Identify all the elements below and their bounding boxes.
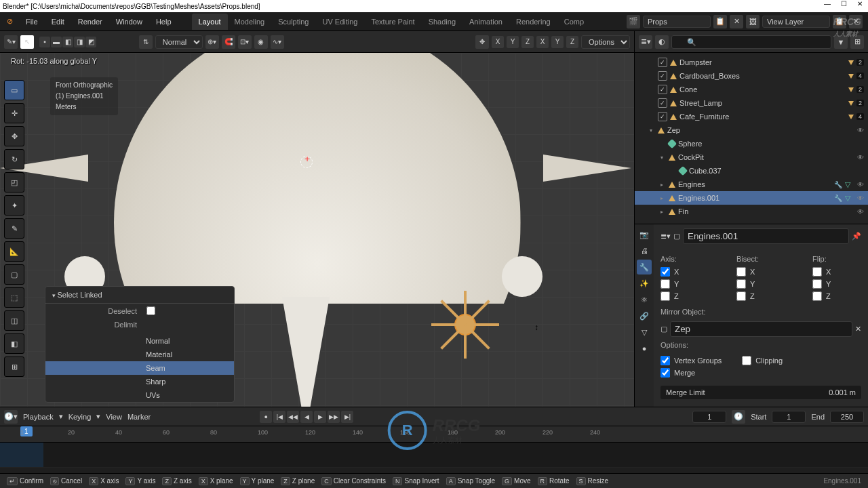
tab-compositing[interactable]: Comp — [557, 14, 591, 30]
scene-name-input[interactable] — [643, 16, 711, 28]
tab-texture-paint[interactable]: Texture Paint — [364, 14, 421, 30]
overlay-axis-y[interactable]: Y — [551, 36, 564, 48]
window-maximize-icon[interactable]: ☐ — [835, 0, 852, 7]
prop-tab-physics[interactable]: ⚛ — [637, 292, 652, 307]
tab-rendering[interactable]: Rendering — [509, 14, 557, 30]
gizmo-axis-x[interactable]: X — [492, 36, 504, 48]
bisect-x-check[interactable] — [736, 267, 746, 277]
outliner-view-icon[interactable]: ◐ — [655, 35, 669, 49]
proportional-edit-icon[interactable]: ◉ — [254, 35, 268, 49]
outliner-row-fin[interactable]: ▸Fin👁 — [635, 205, 868, 218]
auto-keying-icon[interactable]: ● — [260, 411, 272, 423]
cursor-tool-icon[interactable]: ↖ — [20, 35, 34, 49]
window-close-icon[interactable]: ✕ — [852, 0, 868, 7]
window-minimize-icon[interactable]: — — [819, 0, 835, 7]
menu-edit[interactable]: Edit — [45, 18, 71, 26]
select-mode-vertex[interactable]: ▪ — [39, 37, 50, 47]
prop-tab-modifier[interactable]: 🔧 — [637, 260, 652, 274]
flip-y-check[interactable] — [812, 279, 822, 289]
tab-animation[interactable]: Animation — [462, 14, 509, 30]
outliner-row-street-lamp[interactable]: ✓Street_Lamp2 — [635, 96, 868, 110]
delimit-option-sharp[interactable]: Sharp — [45, 375, 234, 388]
breadcrumb-icon[interactable]: ≣▾ — [660, 232, 671, 241]
jump-start-icon[interactable]: |◀ — [273, 411, 285, 423]
prop-tab-particle[interactable]: ✨ — [637, 276, 652, 291]
tab-sculpting[interactable]: Sculpting — [271, 14, 315, 30]
delimit-option-material[interactable]: Material — [45, 348, 234, 361]
prop-tab-material[interactable]: ● — [637, 341, 652, 356]
gizmo-axis-y[interactable]: Y — [507, 36, 519, 48]
frame-range-lock-icon[interactable]: 🕐 — [732, 410, 745, 424]
prop-tab-constraint[interactable]: 🔗 — [637, 308, 652, 323]
delimit-option-uvs[interactable]: UVs — [45, 388, 234, 402]
tool-measure[interactable]: 📐 — [4, 241, 24, 262]
3d-viewport[interactable]: ↕ Rot: -15.03 along global Y Front Ortho… — [0, 53, 634, 407]
tool-scale[interactable]: ◰ — [4, 172, 24, 192]
end-frame-input[interactable] — [830, 411, 864, 423]
tool-rotate[interactable]: ↻ — [4, 149, 24, 169]
timeline-editor-icon[interactable]: 🕐▾ — [4, 410, 18, 424]
prop-tab-data[interactable]: ▽ — [637, 325, 652, 340]
menu-help[interactable]: Help — [149, 18, 178, 26]
outliner-row-sphere[interactable]: Sphere — [635, 137, 868, 150]
scene-delete-icon[interactable]: ✕ — [730, 15, 743, 28]
vertex-groups-check[interactable] — [660, 356, 670, 365]
tool-select[interactable]: ▭ — [4, 80, 24, 100]
selected-engine-gizmo[interactable] — [434, 293, 495, 354]
menu-render[interactable]: Render — [71, 18, 109, 26]
timeline-menu-keying[interactable]: Keying — [68, 413, 92, 421]
tool-annotate[interactable]: ✎ — [4, 218, 24, 239]
mirror-object-clear[interactable]: ✕ — [855, 325, 861, 333]
snap-toggle-icon[interactable]: 🧲 — [222, 35, 235, 49]
outliner-row-cockpit[interactable]: ▾CockPit👁 — [635, 150, 868, 164]
mirror-object-input[interactable] — [670, 321, 852, 337]
clipping-check[interactable] — [742, 356, 751, 365]
overlay-axis-x[interactable]: X — [536, 36, 549, 48]
menu-file[interactable]: File — [19, 18, 45, 26]
tab-uv-editing[interactable]: UV Editing — [315, 14, 364, 30]
bisect-y-check[interactable] — [736, 279, 746, 289]
blender-logo-icon[interactable]: ⊘ — [0, 12, 19, 31]
delimit-option-seam[interactable]: Seam — [45, 361, 234, 375]
outliner-row-cardboard-boxes[interactable]: ✓Cardboard_Boxes4 — [635, 69, 868, 83]
tab-modeling[interactable]: Modeling — [228, 14, 272, 30]
outliner-row-cafe-furniture[interactable]: ✓Cafe_Furniture4 — [635, 110, 868, 123]
prop-tab-render[interactable]: 📷 — [637, 227, 652, 242]
tab-shading[interactable]: Shading — [422, 14, 462, 30]
orientation-select[interactable]: Normal — [155, 35, 203, 49]
keyframe-prev-icon[interactable]: ◀◀ — [287, 411, 299, 423]
tool-inset[interactable]: ◫ — [4, 310, 24, 331]
gizmo-axis-z[interactable]: Z — [521, 36, 534, 48]
axis-z-check[interactable] — [660, 291, 670, 301]
select-mode-edge[interactable]: ▬ — [51, 37, 62, 47]
mirror-object-icon[interactable]: ▢ — [660, 325, 667, 333]
jump-end-icon[interactable]: ▶| — [341, 411, 353, 423]
tool-cursor[interactable]: ✛ — [4, 103, 24, 123]
keyframe-next-icon[interactable]: ▶▶ — [328, 411, 340, 423]
tool-loop-cut[interactable]: ⊞ — [4, 357, 24, 377]
snap-target-icon[interactable]: ⊡▾ — [238, 35, 252, 49]
tool-move[interactable]: ✥ — [4, 126, 24, 146]
select-mode-all[interactable]: ◨ — [74, 37, 85, 47]
options-dropdown[interactable]: Options — [581, 35, 630, 49]
timeline-menu-view[interactable]: View — [106, 413, 122, 421]
select-mode-extra[interactable]: ◩ — [85, 37, 96, 47]
timeline-ruler[interactable]: 1 120406080100120140160180200220240 — [0, 426, 868, 443]
overlay-axis-z[interactable]: Z — [566, 36, 578, 48]
menu-window[interactable]: Window — [109, 18, 149, 26]
play-icon[interactable]: ▶ — [314, 411, 326, 423]
outliner-row-dumpster[interactable]: ✓Dumpster2 — [635, 56, 868, 69]
outliner-row-engines[interactable]: ▸Engines🔧▽👁 — [635, 178, 868, 191]
gizmo-translate-icon[interactable]: ✥ — [475, 35, 489, 49]
bisect-z-check[interactable] — [736, 291, 746, 301]
current-frame-input[interactable] — [692, 411, 726, 423]
axis-x-check[interactable] — [660, 267, 670, 277]
tab-layout[interactable]: Layout — [192, 14, 228, 30]
orientation-icon[interactable]: ⇅ — [139, 35, 153, 49]
tool-add-cube[interactable]: ▢ — [4, 264, 24, 285]
start-frame-input[interactable] — [772, 411, 806, 423]
mode-dropdown[interactable]: ✎▾ — [4, 35, 18, 49]
viewlayer-name-input[interactable] — [762, 16, 830, 28]
proportional-falloff-icon[interactable]: ∿▾ — [271, 35, 284, 49]
outliner-search-input[interactable] — [671, 35, 831, 49]
